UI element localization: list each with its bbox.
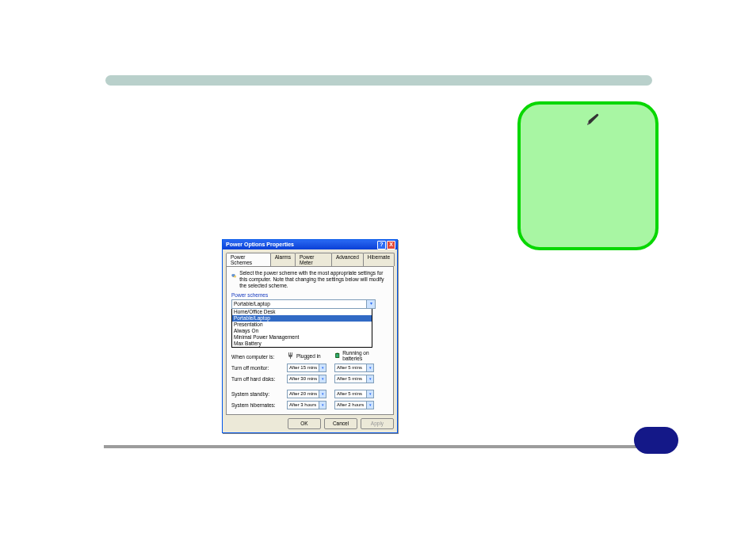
help-button[interactable]: ? xyxy=(377,241,386,249)
row-label: System standby: xyxy=(231,391,287,397)
when-computer-is-label: When computer is: xyxy=(231,354,287,360)
combo-value: After 5 mins xyxy=(337,365,362,370)
chevron-down-icon: ▾ xyxy=(366,402,373,409)
scheme-option-selected[interactable]: Portable/Laptop xyxy=(232,315,372,322)
chevron-down-icon: ▾ xyxy=(319,375,326,383)
power-schemes-label: Power schemes xyxy=(231,292,388,298)
hibernate-battery-combo[interactable]: After 2 hours▾ xyxy=(334,401,374,409)
dialog-titlebar[interactable]: Power Options Properties ? X xyxy=(223,240,397,249)
scheme-option[interactable]: Max Battery xyxy=(232,341,372,347)
ok-button[interactable]: OK xyxy=(288,418,321,429)
scheme-option[interactable]: Always On xyxy=(232,328,372,334)
combo-value: After 2 hours xyxy=(337,402,364,407)
chevron-down-icon: ▾ xyxy=(366,390,373,398)
footer-rule xyxy=(104,445,652,448)
combo-value: After 15 mins xyxy=(289,365,317,370)
plug-icon xyxy=(287,352,295,360)
row-label: Turn off hard disks: xyxy=(231,376,287,382)
combo-value: After 3 hours xyxy=(289,402,316,407)
combo-value: After 5 mins xyxy=(337,391,362,396)
hibernate-plugged-combo[interactable]: After 3 hours▾ xyxy=(287,401,326,409)
scheme-listbox[interactable]: Home/Office Desk Portable/Laptop Present… xyxy=(231,308,372,348)
combo-value: After 30 mins xyxy=(289,376,317,381)
row-standby: System standby: After 20 mins▾ After 5 m… xyxy=(231,390,388,398)
chevron-down-icon: ▾ xyxy=(319,364,326,371)
col-plugged: Plugged in xyxy=(296,353,321,359)
row-monitor: Turn off monitor: After 15 mins▾ After 5… xyxy=(231,364,388,372)
scheme-combo[interactable]: Portable/Laptop ▾ xyxy=(231,299,376,309)
scheme-combo-value: Portable/Laptop xyxy=(234,301,270,306)
monitor-battery-combo[interactable]: After 5 mins▾ xyxy=(334,364,374,372)
chevron-down-icon: ▾ xyxy=(366,300,375,308)
svg-point-2 xyxy=(234,276,235,277)
dialog-title: Power Options Properties xyxy=(226,242,294,247)
combo-value: After 20 mins xyxy=(289,391,317,396)
chevron-down-icon: ▾ xyxy=(366,364,373,371)
combo-value: After 5 mins xyxy=(337,376,362,381)
battery-icon xyxy=(334,352,341,360)
tab-alarms[interactable]: Alarms xyxy=(270,253,296,266)
scheme-option[interactable]: Minimal Power Management xyxy=(232,334,372,341)
tab-power-meter[interactable]: Power Meter xyxy=(295,253,332,266)
chevron-down-icon: ▾ xyxy=(319,402,326,409)
description-text: Select the power scheme with the most ap… xyxy=(239,270,388,289)
col-battery: Running on batteries xyxy=(342,350,382,361)
standby-battery-combo[interactable]: After 5 mins▾ xyxy=(334,390,374,398)
chevron-down-icon: ▾ xyxy=(366,375,373,383)
power-scheme-icon xyxy=(231,270,236,281)
header-pill xyxy=(105,75,652,86)
svg-rect-3 xyxy=(336,354,339,358)
hd-battery-combo[interactable]: After 5 mins▾ xyxy=(334,375,374,383)
row-label: System hibernates: xyxy=(231,402,287,408)
tabstrip: Power Schemes Alarms Power Meter Advance… xyxy=(226,253,394,266)
dialog-button-row: OK Cancel Apply xyxy=(226,418,394,429)
tab-hibernate[interactable]: Hibernate xyxy=(363,253,395,266)
scheme-option[interactable]: Presentation xyxy=(232,322,372,328)
hd-plugged-combo[interactable]: After 30 mins▾ xyxy=(287,375,326,383)
sticky-note xyxy=(517,101,659,250)
pen-icon xyxy=(586,112,600,127)
chevron-down-icon: ▾ xyxy=(319,390,326,398)
tab-power-schemes[interactable]: Power Schemes xyxy=(226,253,271,266)
apply-button[interactable]: Apply xyxy=(361,418,394,429)
power-options-dialog: Power Options Properties ? X Power Schem… xyxy=(222,239,398,433)
page-number-pill xyxy=(634,427,678,454)
row-label: Turn off monitor: xyxy=(231,365,287,371)
monitor-plugged-combo[interactable]: After 15 mins▾ xyxy=(287,364,326,372)
row-hard-disks: Turn off hard disks: After 30 mins▾ Afte… xyxy=(231,375,388,383)
svg-rect-4 xyxy=(336,353,338,354)
svg-rect-1 xyxy=(233,276,235,277)
close-button[interactable]: X xyxy=(387,241,395,249)
tab-advanced[interactable]: Advanced xyxy=(331,253,364,266)
row-hibernate: System hibernates: After 3 hours▾ After … xyxy=(231,401,388,409)
scheme-option[interactable]: Home/Office Desk xyxy=(232,309,372,315)
tab-body: Select the power scheme with the most ap… xyxy=(226,266,394,415)
standby-plugged-combo[interactable]: After 20 mins▾ xyxy=(287,390,326,398)
cancel-button[interactable]: Cancel xyxy=(324,418,357,429)
